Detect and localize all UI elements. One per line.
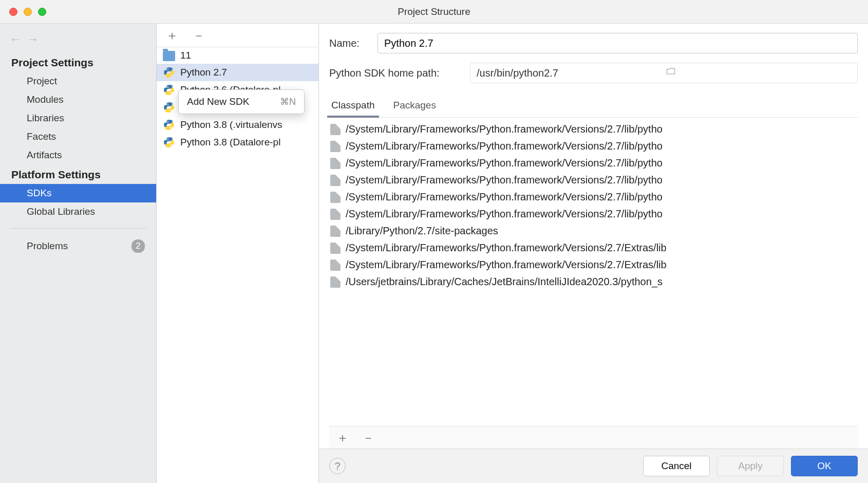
classpath-path: /System/Library/Frameworks/Python.framew… [346,123,663,135]
home-path-value: /usr/bin/python2.7 [477,67,665,79]
sidebar-item-global-libraries[interactable]: Global Libraries [0,202,156,221]
close-window-button[interactable] [9,8,17,16]
home-path-field[interactable]: /usr/bin/python2.7 [470,63,858,83]
classpath-path: /System/Library/Frameworks/Python.framew… [346,208,663,220]
tab-label: Classpath [331,100,375,110]
detail-tabs: Classpath Packages [329,92,858,118]
python-icon [163,119,175,131]
folder-icon [330,141,341,152]
sdk-name-input[interactable] [378,33,858,53]
window-title: Project Structure [0,6,868,17]
tab-label: Packages [393,100,436,110]
divider [10,228,146,229]
folder-icon [330,124,341,135]
sdk-item-label: Python 3.8 (Datalore-pl [180,137,280,148]
sdk-item[interactable]: 11 [157,47,318,64]
classpath-item[interactable]: /System/Library/Frameworks/Python.framew… [329,239,858,256]
tab-packages[interactable]: Packages [391,95,438,117]
add-classpath-button[interactable]: ＋ [334,430,351,446]
sdk-item-label: Python 3.8 (.virtualenvs [180,119,282,131]
name-label: Name: [329,38,370,49]
sidebar-item-problems[interactable]: Problems 2 [0,236,156,256]
folder-icon [330,259,341,271]
classpath-item[interactable]: /System/Library/Frameworks/Python.framew… [329,189,858,206]
classpath-path: /System/Library/Frameworks/Python.framew… [346,157,663,169]
folder-icon [330,243,341,254]
sidebar-item-sdks[interactable]: SDKs [0,184,156,202]
apply-button[interactable]: Apply [717,456,784,476]
sidebar-item-modules[interactable]: Modules [0,90,156,109]
sidebar-item-label: Libraries [27,113,64,124]
sidebar-item-project[interactable]: Project [0,72,156,90]
folder-icon [330,209,341,220]
problems-count-badge: 2 [131,239,145,253]
classpath-item[interactable]: /System/Library/Frameworks/Python.framew… [329,172,858,189]
classpath-item[interactable]: /System/Library/Frameworks/Python.framew… [329,138,858,155]
nav-forward-icon[interactable]: → [27,32,39,46]
sidebar-item-artifacts[interactable]: Artifacts [0,146,156,164]
classpath-item[interactable]: /System/Library/Frameworks/Python.framew… [329,155,858,172]
sdk-list-panel: ＋ － 11Python 2.7Python 3.6 (Datalore-plP… [157,24,319,483]
settings-sidebar: ← → Project Settings Project Modules Lib… [0,24,157,483]
sdk-item[interactable]: Python 3.8 (.virtualenvs [157,116,318,134]
dialog-footer: ? Cancel Apply OK [319,449,868,483]
remove-sdk-button[interactable]: － [191,27,207,44]
ok-button[interactable]: OK [791,456,858,476]
python-icon [163,101,175,114]
cancel-button[interactable]: Cancel [643,456,710,476]
folder-icon [330,226,341,237]
section-header-project-settings: Project Settings [0,52,156,72]
python-icon [163,136,175,148]
sidebar-item-libraries[interactable]: Libraries [0,109,156,127]
folder-icon [330,158,341,169]
classpath-item[interactable]: /System/Library/Frameworks/Python.framew… [329,121,858,138]
sdk-detail-panel: Name: Python SDK home path: /usr/bin/pyt… [319,24,868,483]
sdk-item[interactable]: Python 3.8 (Datalore-pl [157,134,318,151]
home-path-label: Python SDK home path: [329,67,463,79]
add-sdk-popup: Add New SDK ⌘N [178,89,305,114]
classpath-toolbar: ＋ － [329,426,858,449]
add-new-sdk-menuitem[interactable]: Add New SDK ⌘N [179,93,304,110]
folder-open-icon[interactable] [665,66,854,80]
sdk-item-label: Python 2.7 [180,67,227,78]
classpath-list: /System/Library/Frameworks/Python.framew… [329,118,858,426]
tab-classpath[interactable]: Classpath [329,95,377,117]
sidebar-item-label: Problems [27,240,68,252]
classpath-path: /System/Library/Frameworks/Python.framew… [346,191,663,203]
folder-icon [330,276,341,288]
classpath-item[interactable]: /Users/jetbrains/Library/Caches/JetBrain… [329,273,858,290]
add-sdk-button[interactable]: ＋ [164,27,180,44]
classpath-item[interactable]: /Library/Python/2.7/site-packages [329,222,858,239]
classpath-item[interactable]: /System/Library/Frameworks/Python.framew… [329,206,858,222]
sidebar-item-label: Global Libraries [27,206,95,217]
menuitem-shortcut: ⌘N [280,96,296,107]
sdk-item-label: 11 [180,50,191,61]
classpath-path: /System/Library/Frameworks/Python.framew… [346,259,667,271]
classpath-path: /Library/Python/2.7/site-packages [346,225,498,237]
titlebar: Project Structure [0,0,868,24]
folder-icon [163,51,175,61]
python-icon [163,84,175,96]
folder-icon [330,175,341,186]
sidebar-item-label: Modules [27,94,64,105]
sidebar-item-label: Artifacts [27,150,62,161]
folder-icon [330,192,341,203]
nav-back-icon[interactable]: ← [9,32,22,46]
sidebar-item-label: SDKs [27,188,52,199]
menuitem-label: Add New SDK [187,96,249,107]
help-button[interactable]: ? [329,458,346,474]
sidebar-item-label: Facets [27,131,56,142]
classpath-item[interactable]: /System/Library/Frameworks/Python.framew… [329,256,858,273]
remove-classpath-button[interactable]: － [360,430,376,446]
classpath-path: /System/Library/Frameworks/Python.framew… [346,140,663,152]
maximize-window-button[interactable] [38,8,46,16]
minimize-window-button[interactable] [24,8,32,16]
section-header-platform-settings: Platform Settings [0,164,156,184]
sdk-item[interactable]: Python 2.7 [157,64,318,81]
sidebar-item-facets[interactable]: Facets [0,127,156,146]
sidebar-item-label: Project [27,76,57,87]
python-icon [163,66,175,79]
classpath-path: /Users/jetbrains/Library/Caches/JetBrain… [346,276,663,288]
classpath-path: /System/Library/Frameworks/Python.framew… [346,242,667,254]
classpath-path: /System/Library/Frameworks/Python.framew… [346,174,663,186]
